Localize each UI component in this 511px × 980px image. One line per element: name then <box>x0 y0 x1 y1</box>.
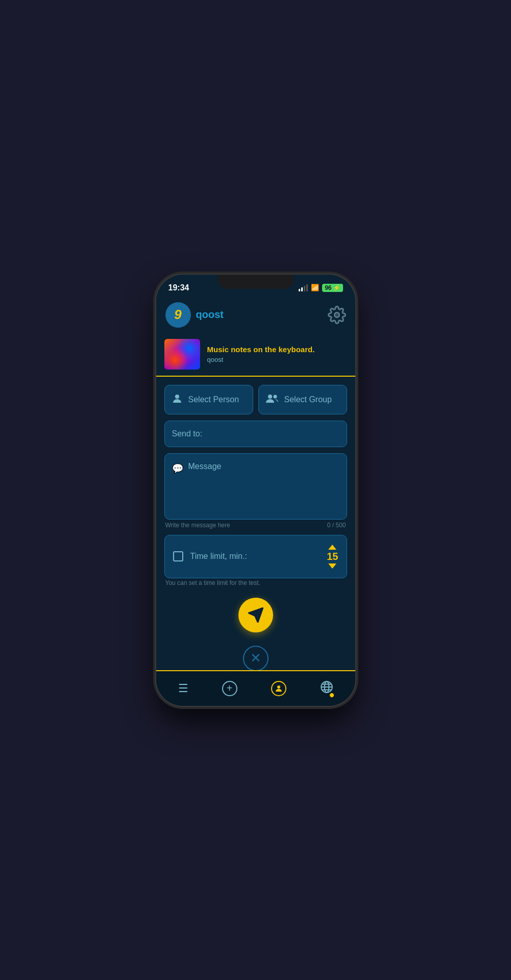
wifi-icon: 📶 <box>311 284 319 291</box>
char-count: 0 / 500 <box>327 522 346 529</box>
select-person-button[interactable]: Select Person <box>164 385 253 414</box>
status-icons: 📶 96⚡ <box>299 284 343 292</box>
svg-point-4 <box>268 395 272 399</box>
battery-indicator: 96⚡ <box>322 284 343 292</box>
phone-frame: 19:34 📶 96⚡ 9 qoost <box>156 275 355 706</box>
add-icon: + <box>222 681 237 696</box>
banner-title: Music notes on the keyboard. <box>207 345 347 355</box>
person-icon <box>171 393 183 407</box>
time-spinner: 15 <box>327 545 338 569</box>
settings-icon[interactable] <box>328 306 346 324</box>
select-group-button[interactable]: Select Group <box>258 385 347 414</box>
spinner-down-arrow[interactable] <box>328 564 336 569</box>
status-time: 19:34 <box>168 283 189 292</box>
signal-icon <box>299 284 308 291</box>
cancel-button-area: ✕ <box>164 644 347 670</box>
spinner-up-arrow[interactable] <box>328 545 336 550</box>
banner-text: Music notes on the keyboard. qoost <box>207 345 347 364</box>
time-limit-box: Time limit, min.: 15 <box>164 535 347 578</box>
time-value: 15 <box>327 551 338 562</box>
message-icon: 💬 <box>172 463 183 474</box>
send-to-input[interactable]: Send to: <box>164 421 347 447</box>
time-limit-hint: You can set a time limit for the test. <box>164 578 347 586</box>
message-hints: Write the message here 0 / 500 <box>164 520 347 529</box>
app-logo-area: 9 qoost <box>165 302 224 328</box>
spinner-arrows <box>328 545 336 550</box>
profile-icon <box>271 681 286 696</box>
nav-item-globe[interactable] <box>312 677 342 700</box>
battery-level: 96 <box>325 284 331 291</box>
nav-item-add[interactable]: + <box>214 678 246 699</box>
svg-marker-7 <box>249 608 262 622</box>
send-button[interactable] <box>238 598 273 632</box>
message-hint-text: Write the message here <box>165 522 230 529</box>
phone-screen: 19:34 📶 96⚡ 9 qoost <box>156 275 355 706</box>
app-logo: 9 <box>165 302 191 328</box>
menu-icon: ☰ <box>178 682 188 695</box>
group-icon <box>265 393 279 407</box>
cancel-button[interactable]: ✕ <box>243 646 269 670</box>
send-to-placeholder: Send to: <box>172 429 203 438</box>
notch <box>217 275 294 289</box>
cancel-icon: ✕ <box>250 650 261 666</box>
svg-point-8 <box>277 685 280 689</box>
select-row: Select Person Select Group <box>164 385 347 414</box>
banner-image <box>164 339 200 370</box>
time-limit-section: Time limit, min.: 15 You can set a time … <box>164 535 347 586</box>
svg-point-3 <box>175 395 179 399</box>
message-textarea[interactable]: 💬 Message <box>164 453 347 520</box>
content-banner[interactable]: Music notes on the keyboard. qoost <box>156 333 355 377</box>
app-name: qoost <box>196 309 224 321</box>
time-limit-checkbox[interactable] <box>173 551 183 561</box>
svg-point-1 <box>336 314 337 315</box>
time-limit-label: Time limit, min.: <box>190 552 320 561</box>
banner-subtitle: qoost <box>207 356 347 363</box>
message-wrapper: 💬 Message Write the message here 0 / 500 <box>164 453 347 529</box>
svg-point-5 <box>273 395 277 398</box>
select-person-label: Select Person <box>188 395 239 404</box>
globe-icon <box>320 680 333 697</box>
nav-item-menu[interactable]: ☰ <box>170 679 197 698</box>
nav-item-profile[interactable] <box>263 678 295 699</box>
bottom-nav: ☰ + <box>156 670 355 706</box>
main-content: Select Person Select Group <box>156 377 355 670</box>
message-placeholder: Message <box>188 462 222 471</box>
select-group-label: Select Group <box>284 395 332 404</box>
send-button-area <box>164 593 347 638</box>
app-header: 9 qoost <box>156 297 355 333</box>
spinner-arrows-down <box>328 564 336 569</box>
